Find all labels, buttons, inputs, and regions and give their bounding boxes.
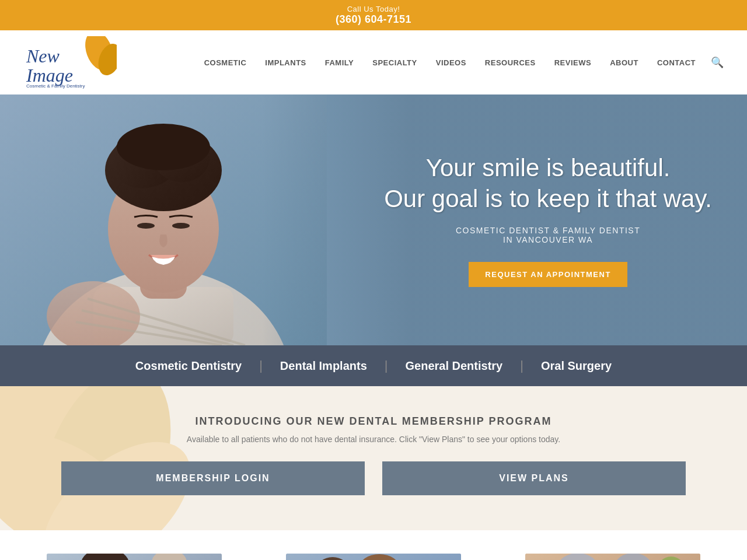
svg-point-26 xyxy=(81,554,130,560)
photo-cards-section xyxy=(0,530,747,560)
service-general[interactable]: General Dentistry xyxy=(388,359,521,373)
appointment-button[interactable]: REQUEST AN APPOINTMENT xyxy=(469,262,627,287)
service-cosmetic[interactable]: Cosmetic Dentistry xyxy=(118,359,259,373)
card-image-1 xyxy=(47,554,222,560)
nav-family[interactable]: FAMILY xyxy=(316,58,363,67)
hero-headline: Your smile is beautiful. Our goal is to … xyxy=(384,153,712,214)
membership-title: INTRODUCING OUR NEW DENTAL MEMBERSHIP PR… xyxy=(47,415,700,428)
nav-specialty[interactable]: SPECIALTY xyxy=(363,58,427,67)
phone-number[interactable]: (360) 604-7151 xyxy=(0,13,747,26)
logo[interactable]: New Image Cosmetic & Family Dentistry xyxy=(23,36,117,89)
top-bar: Call Us Today! (360) 604-7151 xyxy=(0,0,747,30)
logo-svg: New Image Cosmetic & Family Dentistry xyxy=(23,36,117,89)
photo-card-cosmetic[interactable] xyxy=(47,554,222,560)
membership-desc: Available to all patients who do not hav… xyxy=(169,435,578,444)
svg-point-28 xyxy=(152,554,187,560)
photo-card-family[interactable] xyxy=(286,554,461,560)
hero-subtext: COSMETIC DENTIST & FAMILY DENTISTIN VANC… xyxy=(384,226,712,244)
hero-section: Your smile is beautiful. Our goal is to … xyxy=(0,94,747,345)
hero-content: Your smile is beautiful. Our goal is to … xyxy=(384,153,712,287)
nav-reviews[interactable]: REVIEWS xyxy=(545,58,601,67)
card-2-svg xyxy=(286,554,461,560)
call-label: Call Us Today! xyxy=(0,5,747,13)
card-3-svg xyxy=(525,554,700,560)
card-image-3 xyxy=(525,554,700,560)
nav-cosmetic[interactable]: COSMETIC xyxy=(195,58,256,67)
services-list: Cosmetic Dentistry | Dental Implants | G… xyxy=(0,358,747,373)
card-image-2 xyxy=(286,554,461,560)
svg-text:Cosmetic & Family Dentistry: Cosmetic & Family Dentistry xyxy=(26,83,85,89)
header: New Image Cosmetic & Family Dentistry CO… xyxy=(0,30,747,94)
nav-videos[interactable]: VIDEOS xyxy=(427,58,476,67)
services-bar: Cosmetic Dentistry | Dental Implants | G… xyxy=(0,345,747,386)
svg-rect-24 xyxy=(47,554,222,560)
nav-implants[interactable]: IMPLANTS xyxy=(256,58,315,67)
membership-content: INTRODUCING OUR NEW DENTAL MEMBERSHIP PR… xyxy=(47,415,700,495)
membership-login-button[interactable]: MEMBERSHIP LOGIN xyxy=(61,461,365,495)
service-oral[interactable]: Oral Surgery xyxy=(523,359,629,373)
nav-about[interactable]: ABOUT xyxy=(601,58,648,67)
main-nav: COSMETIC IMPLANTS FAMILY SPECIALTY VIDEO… xyxy=(195,56,724,69)
photo-card-senior[interactable] xyxy=(525,554,700,560)
nav-contact[interactable]: CONTACT xyxy=(648,58,705,67)
svg-text:New: New xyxy=(26,46,60,66)
search-icon[interactable]: 🔍 xyxy=(705,56,724,69)
card-1-svg xyxy=(47,554,222,560)
svg-text:Image: Image xyxy=(26,65,73,86)
membership-section: INTRODUCING OUR NEW DENTAL MEMBERSHIP PR… xyxy=(0,386,747,530)
nav-resources[interactable]: RESOURCES xyxy=(476,58,545,67)
service-implants[interactable]: Dental Implants xyxy=(263,359,385,373)
membership-buttons: MEMBERSHIP LOGIN VIEW PLANS xyxy=(47,461,700,495)
view-plans-button[interactable]: VIEW PLANS xyxy=(382,461,686,495)
